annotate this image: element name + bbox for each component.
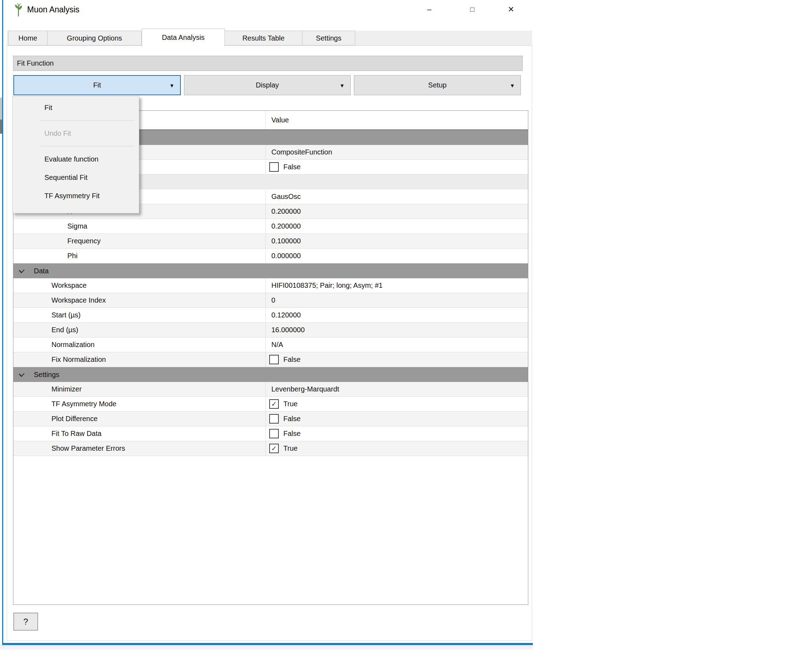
property-value-cell[interactable]: Levenberg-Marquardt xyxy=(266,382,528,396)
property-row[interactable]: Frequency0.100000 xyxy=(14,234,528,249)
maximize-button[interactable]: □ xyxy=(465,3,479,16)
fit-button-label: Fit xyxy=(93,81,101,89)
checkbox-unchecked[interactable] xyxy=(269,355,279,364)
property-value-label: 0.200000 xyxy=(272,222,301,230)
property-value-label: HIFI00108375; Pair; long; Asym; #1 xyxy=(272,281,383,289)
tab-settings[interactable]: Settings xyxy=(302,31,355,46)
property-row[interactable]: Phi0.000000 xyxy=(14,249,528,263)
checkbox-checked[interactable]: ✓ xyxy=(269,399,279,409)
display-button-label: Display xyxy=(256,81,279,89)
section-row[interactable]: Settings xyxy=(14,367,528,382)
property-name-cell: TF Asymmetry Mode xyxy=(14,397,266,411)
property-name-cell: Show Parameter Errors xyxy=(14,441,266,456)
display-menu-button[interactable]: Display ▼ xyxy=(184,75,351,95)
property-row[interactable]: WorkspaceHIFI00108375; Pair; long; Asym;… xyxy=(14,278,528,293)
property-row[interactable]: Fit To Raw DataFalse xyxy=(14,427,528,441)
property-row[interactable]: Workspace Index0 xyxy=(14,293,528,308)
tab-data-analysis[interactable]: Data Analysis xyxy=(142,29,225,46)
tab-home[interactable]: Home xyxy=(8,31,47,46)
property-name-label: Fix Normalization xyxy=(14,355,106,364)
property-value-cell[interactable]: False xyxy=(266,411,528,426)
menu-item-sequential-fit[interactable]: Sequential Fit xyxy=(13,168,139,187)
setup-menu-button[interactable]: Setup ▼ xyxy=(354,75,521,95)
property-value-cell[interactable]: False xyxy=(266,160,528,174)
fit-function-group-header: Fit Function xyxy=(13,56,523,71)
property-value-label: False xyxy=(283,163,301,171)
property-name-cell: End (µs) xyxy=(14,323,266,337)
tab-grouping-options[interactable]: Grouping Options xyxy=(47,31,142,46)
property-name-label: Plot Difference xyxy=(14,415,98,423)
property-value-label: False xyxy=(283,355,301,364)
property-value-cell[interactable]: 0.200000 xyxy=(266,219,528,234)
section-row[interactable]: Data xyxy=(14,263,528,278)
property-name-label: Normalization xyxy=(14,341,95,349)
dropdown-arrow-icon: ▼ xyxy=(510,82,515,88)
property-name-label: Start (µs) xyxy=(14,311,81,319)
close-button[interactable]: ✕ xyxy=(504,3,518,16)
property-row[interactable]: Start (µs)0.120000 xyxy=(14,308,528,323)
property-name-label: End (µs) xyxy=(14,326,78,334)
property-value-label: 16.000000 xyxy=(272,326,305,334)
property-value-label: Levenberg-Marquardt xyxy=(272,385,339,393)
property-row[interactable]: Show Parameter Errors✓True xyxy=(14,441,528,456)
property-value-cell[interactable]: False xyxy=(266,352,528,367)
menu-item-undo-fit[interactable]: Undo Fit xyxy=(13,124,139,142)
fit-dropdown-menu: Fit Undo Fit Evaluate function Sequentia… xyxy=(12,96,139,213)
checkbox-unchecked[interactable] xyxy=(269,162,279,172)
property-name-cell: Plot Difference xyxy=(14,411,266,426)
property-row[interactable]: Fix NormalizationFalse xyxy=(14,352,528,367)
minimize-button[interactable]: – xyxy=(422,3,436,16)
property-value-cell[interactable]: 0.100000 xyxy=(266,234,528,248)
property-value-label: False xyxy=(283,415,301,423)
property-value-cell[interactable]: GausOsc xyxy=(266,190,528,204)
property-name-label: Fit To Raw Data xyxy=(14,430,102,438)
property-value-cell[interactable]: 0.200000 xyxy=(266,204,528,219)
help-button[interactable]: ? xyxy=(14,613,38,631)
property-value-cell[interactable]: False xyxy=(266,427,528,441)
property-row[interactable]: MinimizerLevenberg-Marquardt xyxy=(14,382,528,397)
property-value-cell[interactable]: N/A xyxy=(266,338,528,352)
property-name-cell: Start (µs) xyxy=(14,308,266,322)
menu-separator xyxy=(40,146,134,146)
property-value-label: 0.000000 xyxy=(272,252,301,260)
property-row[interactable]: End (µs)16.000000 xyxy=(14,323,528,338)
property-name-cell: Workspace Index xyxy=(14,293,266,307)
window-accent-edge-left xyxy=(2,0,3,645)
property-name-label: TF Asymmetry Mode xyxy=(14,400,116,408)
property-value-label: 0.120000 xyxy=(272,311,301,319)
property-value-cell[interactable]: 0 xyxy=(266,293,528,307)
property-value-cell[interactable]: 0.000000 xyxy=(266,249,528,263)
property-row[interactable]: NormalizationN/A xyxy=(14,338,528,352)
property-name-label: Sigma xyxy=(14,222,87,230)
menu-item-evaluate-function[interactable]: Evaluate function xyxy=(13,150,139,168)
property-value-label: 0 xyxy=(272,296,275,304)
muon-analysis-window: Muon Analysis – □ ✕ Home Grouping Option… xyxy=(3,0,533,643)
property-value-cell[interactable]: ✓True xyxy=(266,441,528,456)
property-name-label: Workspace Index xyxy=(14,296,106,304)
checkbox-unchecked[interactable] xyxy=(269,429,279,438)
property-name-cell: Phi xyxy=(14,249,266,263)
property-value-label: GausOsc xyxy=(272,193,301,201)
property-value-cell[interactable]: ✓True xyxy=(266,397,528,411)
property-value-label: CompositeFunction xyxy=(272,148,332,156)
mantid-app-icon xyxy=(12,3,24,17)
menu-item-fit[interactable]: Fit xyxy=(13,98,139,117)
menu-item-tf-asymmetry-fit[interactable]: TF Asymmetry Fit xyxy=(13,187,139,205)
property-value-cell[interactable]: CompositeFunction xyxy=(266,145,528,159)
fit-menu-button[interactable]: Fit ▼ xyxy=(14,75,181,95)
property-value-label: True xyxy=(283,444,298,453)
property-value-label: 0.100000 xyxy=(272,237,301,245)
dropdown-arrow-icon: ▼ xyxy=(169,82,174,88)
property-name-cell: Settings xyxy=(14,367,528,382)
tab-results-table[interactable]: Results Table xyxy=(225,31,302,46)
checkbox-checked[interactable]: ✓ xyxy=(269,444,279,453)
property-row[interactable]: Plot DifferenceFalse xyxy=(14,411,528,427)
checkbox-unchecked[interactable] xyxy=(269,414,279,424)
property-row[interactable]: Sigma0.200000 xyxy=(14,219,528,234)
property-name-label: Minimizer xyxy=(14,385,82,393)
table-header-value-column: Value xyxy=(272,111,289,130)
property-row[interactable]: TF Asymmetry Mode✓True xyxy=(14,397,528,411)
property-value-cell[interactable]: HIFI00108375; Pair; long; Asym; #1 xyxy=(266,278,528,293)
property-value-cell[interactable]: 16.000000 xyxy=(266,323,528,337)
property-value-cell[interactable]: 0.120000 xyxy=(266,308,528,322)
